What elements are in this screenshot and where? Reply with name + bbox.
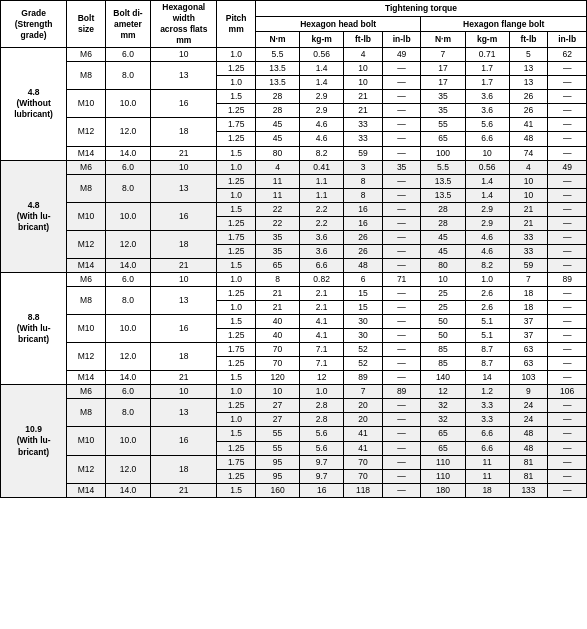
pitch-cell: 1.25: [217, 216, 256, 230]
pitch-cell: 1.25: [217, 441, 256, 455]
kgm1-cell: 9.7: [300, 455, 344, 469]
pitch-cell: 1.25: [217, 104, 256, 118]
hex-width-cell: 16: [151, 90, 217, 118]
table-row: M88.0131.25272.820—323.324—: [1, 399, 587, 413]
nm2-cell: 85: [421, 357, 465, 371]
hex-width-cell: 21: [151, 371, 217, 385]
nm2-cell: 45: [421, 244, 465, 258]
inlb1-cell: —: [382, 188, 421, 202]
header-hex-flange: Hexagon flange bolt: [421, 16, 587, 32]
nm2-cell: 28: [421, 216, 465, 230]
ftlb2-cell: 63: [509, 343, 548, 357]
ftlb2-cell: 21: [509, 202, 548, 216]
bolt-size-cell: M14: [67, 371, 106, 385]
inlb2-cell: —: [548, 357, 587, 371]
bolt-size-cell: M14: [67, 483, 106, 497]
inlb2-cell: —: [548, 427, 587, 441]
inlb1-cell: —: [382, 329, 421, 343]
nm1-cell: 120: [255, 371, 299, 385]
table-row: M88.0131.25111.18—13.51.410—: [1, 174, 587, 188]
nm2-cell: 65: [421, 441, 465, 455]
table-row: M88.0131.2513.51.410—171.713—: [1, 62, 587, 76]
bolt-size-cell: M10: [67, 427, 106, 455]
ftlb2-cell: 18: [509, 301, 548, 315]
inlb2-cell: —: [548, 62, 587, 76]
table-row: M1212.0181.75707.152—858.763—: [1, 343, 587, 357]
nm1-cell: 22: [255, 216, 299, 230]
ftlb1-cell: 21: [344, 104, 383, 118]
nm2-cell: 5.5: [421, 160, 465, 174]
hex-width-cell: 21: [151, 258, 217, 272]
nm1-cell: 45: [255, 118, 299, 132]
hex-width-cell: 21: [151, 483, 217, 497]
pitch-cell: 1.25: [217, 329, 256, 343]
pitch-cell: 1.25: [217, 132, 256, 146]
grade-cell: 4.8 (Without lubricant): [1, 48, 67, 160]
bolt-size-cell: M8: [67, 174, 106, 202]
nm1-cell: 40: [255, 315, 299, 329]
nm2-cell: 110: [421, 455, 465, 469]
kgm1-cell: 16: [300, 483, 344, 497]
header-hex-head: Hexagon head bolt: [255, 16, 420, 32]
bolt-size-cell: M10: [67, 315, 106, 343]
kgm2-cell: 1.0: [465, 272, 509, 286]
kgm1-cell: 1.1: [300, 174, 344, 188]
nm1-cell: 55: [255, 441, 299, 455]
inlb2-cell: 62: [548, 48, 587, 62]
kgm2-cell: 1.7: [465, 76, 509, 90]
nm2-cell: 35: [421, 104, 465, 118]
inlb1-cell: —: [382, 90, 421, 104]
inlb1-cell: —: [382, 286, 421, 300]
pitch-cell: 1.25: [217, 286, 256, 300]
nm2-cell: 7: [421, 48, 465, 62]
ftlb2-cell: 21: [509, 216, 548, 230]
inlb1-cell: —: [382, 301, 421, 315]
ftlb1-cell: 4: [344, 48, 383, 62]
nm1-cell: 35: [255, 244, 299, 258]
table-row: 8.8 (With lu- bricant)M66.0101.080.82671…: [1, 272, 587, 286]
hex-width-cell: 18: [151, 230, 217, 258]
pitch-cell: 1.5: [217, 202, 256, 216]
ftlb1-cell: 3: [344, 160, 383, 174]
header-nm1: N·m: [255, 32, 299, 48]
nm1-cell: 4: [255, 160, 299, 174]
kgm1-cell: 1.1: [300, 188, 344, 202]
ftlb1-cell: 41: [344, 441, 383, 455]
inlb1-cell: —: [382, 216, 421, 230]
ftlb1-cell: 7: [344, 385, 383, 399]
nm2-cell: 80: [421, 258, 465, 272]
hex-width-cell: 10: [151, 272, 217, 286]
header-pitch: Pitchmm: [217, 1, 256, 48]
nm1-cell: 22: [255, 202, 299, 216]
table-row: M1414.0211.5808.259—1001074—: [1, 146, 587, 160]
grade-cell: 4.8 (With lu- bricant): [1, 160, 67, 272]
ftlb1-cell: 20: [344, 399, 383, 413]
ftlb1-cell: 41: [344, 427, 383, 441]
bolt-size-cell: M14: [67, 146, 106, 160]
kgm2-cell: 4.6: [465, 230, 509, 244]
nm1-cell: 45: [255, 132, 299, 146]
ftlb1-cell: 30: [344, 329, 383, 343]
pitch-cell: 1.5: [217, 146, 256, 160]
pitch-cell: 1.25: [217, 174, 256, 188]
hex-width-cell: 18: [151, 343, 217, 371]
nm2-cell: 140: [421, 371, 465, 385]
table-container: Grade(Strengthgrade) Boltsize Bolt di-am…: [0, 0, 587, 498]
inlb2-cell: —: [548, 104, 587, 118]
table-row: 4.8 (With lu- bricant)M66.0101.040.41335…: [1, 160, 587, 174]
inlb1-cell: —: [382, 469, 421, 483]
inlb1-cell: —: [382, 483, 421, 497]
bolt-size-cell: M12: [67, 118, 106, 146]
inlb1-cell: —: [382, 371, 421, 385]
kgm2-cell: 3.3: [465, 413, 509, 427]
hex-width-cell: 13: [151, 62, 217, 90]
kgm2-cell: 4.6: [465, 244, 509, 258]
nm2-cell: 65: [421, 132, 465, 146]
table-row: M1414.0211.516016118—18018133—: [1, 483, 587, 497]
bolt-size-cell: M12: [67, 455, 106, 483]
header-ftlb2: ft-lb: [509, 32, 548, 48]
bolt-dia-cell: 8.0: [105, 286, 150, 314]
kgm2-cell: 11: [465, 469, 509, 483]
ftlb2-cell: 33: [509, 244, 548, 258]
ftlb1-cell: 10: [344, 76, 383, 90]
